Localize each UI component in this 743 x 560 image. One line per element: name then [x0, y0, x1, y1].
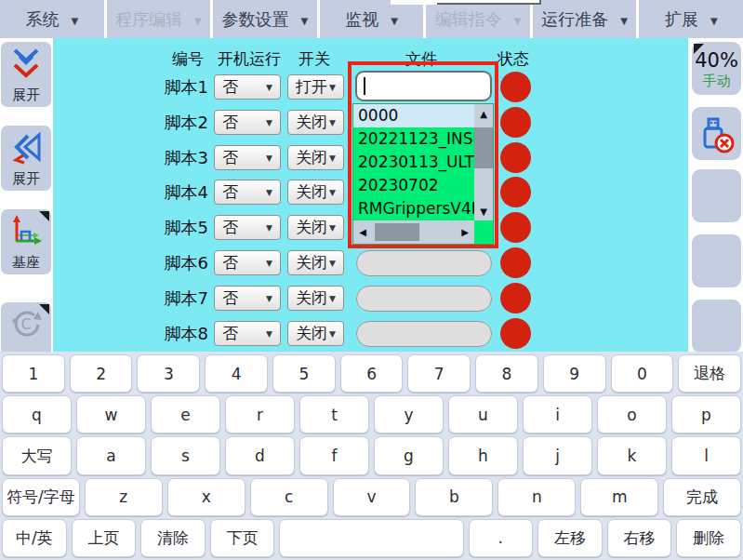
switch-select-3[interactable]: 关闭▼ [287, 145, 344, 170]
key-9[interactable]: 9 [543, 354, 606, 393]
key-u[interactable]: u [448, 395, 518, 433]
key-8[interactable]: 8 [475, 354, 538, 393]
file-option-2[interactable]: 20221123_INSPI [353, 127, 474, 151]
scroll-up-icon[interactable]: ▲ [474, 104, 493, 123]
panel-button-3[interactable] [692, 169, 741, 222]
file-option-1[interactable]: 0000 [353, 104, 474, 127]
switch-select-5[interactable]: 关闭▼ [287, 215, 344, 240]
autorun-select-3[interactable]: 否▼ [214, 145, 281, 170]
switch-select-8[interactable]: 关闭▼ [287, 321, 344, 346]
sidebar-button-展开[interactable]: 展开 [1, 126, 51, 191]
key-7[interactable]: 7 [407, 354, 471, 393]
backspace-key[interactable]: 退格 [678, 354, 741, 393]
file-field-8[interactable] [356, 321, 492, 347]
menubar: 系统▼程序编辑▼参数设置▼监视▼编辑指令▼运行准备▼扩展▼ [0, 0, 743, 38]
key-a[interactable]: a [76, 436, 146, 474]
vertical-scrollbar[interactable]: ▲ ▼ [474, 104, 493, 220]
horizontal-scroll-thumb[interactable] [375, 223, 419, 241]
move-right-key[interactable]: 右移 [607, 519, 672, 557]
sidebar-button-recycle-icon[interactable]: C [1, 302, 51, 352]
key-1[interactable]: 1 [2, 354, 65, 393]
key-v[interactable]: v [333, 478, 411, 516]
file-option-3[interactable]: 20230113_ULTRA [353, 151, 474, 174]
key-f[interactable]: f [299, 436, 369, 474]
key-b[interactable]: b [415, 478, 493, 516]
chevron-down-icon: ▼ [266, 83, 272, 92]
app-window: 系统▼程序编辑▼参数设置▼监视▼编辑指令▼运行准备▼扩展▼ 展开展开基座C 编号… [0, 0, 743, 560]
key-h[interactable]: h [448, 436, 518, 474]
done-key[interactable]: 完成 [663, 478, 741, 516]
key-3[interactable]: 3 [137, 354, 200, 393]
usb-disconnected-button[interactable] [692, 107, 741, 160]
key-2[interactable]: 2 [70, 354, 133, 393]
key-0[interactable]: 0 [611, 354, 674, 393]
vertical-scroll-thumb[interactable] [474, 127, 493, 168]
switch-select-6[interactable]: 关闭▼ [287, 250, 344, 275]
clear-key[interactable]: 清除 [140, 519, 206, 557]
key-k[interactable]: k [597, 436, 667, 474]
file-field-7[interactable] [356, 286, 492, 312]
key-4[interactable]: 4 [205, 354, 268, 393]
key-6[interactable]: 6 [340, 354, 404, 393]
key-n[interactable]: n [498, 478, 576, 516]
panel-button-4[interactable] [692, 234, 741, 287]
period-key[interactable]: . [469, 519, 534, 557]
switch-select-2[interactable]: 关闭▼ [287, 110, 344, 135]
key-p[interactable]: p [671, 395, 741, 433]
autorun-select-5[interactable]: 否▼ [214, 215, 281, 240]
caps-key[interactable]: 大写 [2, 436, 72, 474]
sidebar-button-展开[interactable]: 展开 [1, 42, 51, 107]
file-search-input[interactable] [355, 71, 492, 101]
key-z[interactable]: z [85, 478, 163, 516]
file-option-5[interactable]: RMGrippersV4Mo [353, 197, 474, 220]
chevron-down-icon: ▼ [266, 329, 272, 339]
autorun-select-7[interactable]: 否▼ [214, 286, 281, 311]
key-5[interactable]: 5 [272, 354, 336, 393]
menu-item-1[interactable]: 系统▼ [0, 0, 104, 38]
menu-item-7[interactable]: 扩展▼ [639, 0, 743, 38]
key-t[interactable]: t [299, 395, 369, 433]
panel-button-5[interactable] [692, 300, 741, 352]
speed-mode-button[interactable]: 40%手动 [692, 42, 741, 95]
scroll-down-icon[interactable]: ▼ [474, 202, 493, 220]
switch-select-4[interactable]: 关闭▼ [287, 180, 344, 205]
menu-item-4[interactable]: 监视▼ [320, 0, 424, 38]
lang-toggle-key[interactable]: 中/英 [2, 519, 67, 557]
key-m[interactable]: m [580, 478, 658, 516]
sidebar-button-基座[interactable]: 基座 [1, 209, 51, 274]
scroll-left-icon[interactable]: ◀ [353, 222, 372, 241]
scroll-right-icon[interactable]: ▶ [456, 222, 474, 241]
horizontal-scrollbar[interactable]: ◀ ▶ [353, 220, 474, 244]
key-j[interactable]: j [523, 436, 592, 474]
key-r[interactable]: r [225, 395, 295, 433]
switch-select-7[interactable]: 关闭▼ [287, 286, 344, 311]
key-x[interactable]: x [167, 478, 245, 516]
autorun-select-6[interactable]: 否▼ [214, 250, 281, 275]
key-s[interactable]: s [151, 436, 220, 474]
autorun-select-2[interactable]: 否▼ [214, 110, 281, 135]
switch-select-1[interactable]: 打开▼ [287, 74, 344, 100]
key-c[interactable]: c [250, 478, 328, 516]
key-y[interactable]: y [374, 395, 444, 433]
delete-key[interactable]: 删除 [676, 519, 741, 557]
key-d[interactable]: d [225, 436, 295, 474]
file-option-4[interactable]: 20230702 [353, 174, 474, 197]
menu-item-3[interactable]: 参数设置▼ [213, 0, 317, 38]
menu-item-6[interactable]: 运行准备▼ [533, 0, 637, 38]
page-up-key[interactable]: 上页 [72, 519, 137, 557]
key-i[interactable]: i [523, 395, 592, 433]
autorun-select-8[interactable]: 否▼ [214, 321, 281, 346]
file-field-6[interactable] [356, 250, 492, 276]
key-o[interactable]: o [597, 395, 667, 433]
page-down-key[interactable]: 下页 [210, 519, 275, 557]
symbol-toggle-key[interactable]: 符号/字母 [2, 478, 80, 516]
autorun-select-4[interactable]: 否▼ [214, 180, 281, 205]
key-g[interactable]: g [374, 436, 444, 474]
move-left-key[interactable]: 左移 [537, 519, 603, 557]
key-l[interactable]: l [671, 436, 741, 474]
key-w[interactable]: w [76, 395, 146, 433]
autorun-select-1[interactable]: 否▼ [214, 74, 281, 100]
key-e[interactable]: e [151, 395, 220, 433]
space-key[interactable] [279, 519, 463, 557]
key-q[interactable]: q [2, 395, 72, 433]
